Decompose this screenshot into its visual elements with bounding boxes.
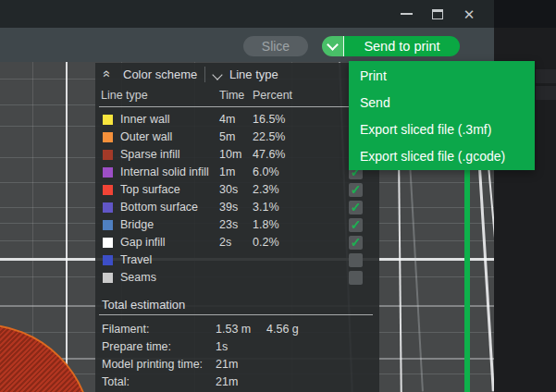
send-to-print-button[interactable]: Send to print (344, 36, 460, 56)
line-type-label: Bridge (120, 216, 154, 234)
line-type-color-swatch (103, 167, 113, 178)
chevron-down-icon (327, 39, 339, 51)
close-icon: ✕ (463, 7, 476, 21)
menu-item-export-3mf[interactable]: Export sliced file (.3mf) (349, 116, 535, 142)
time-value: 2s (219, 234, 231, 251)
line-type-label: Bottom surface (120, 199, 198, 216)
line-type-label: Travel (120, 251, 152, 269)
line-type-label: Outer wall (120, 129, 172, 146)
color-scheme-panel: « Color scheme Line type Line type Time … (95, 63, 379, 392)
line-type-color-swatch (103, 255, 113, 265)
title-bar-right (494, 0, 556, 28)
time-value: 1m (219, 164, 235, 181)
table-column-headers: Line type Time Percent (95, 89, 379, 105)
time-value: 5m (219, 129, 235, 146)
column-header-line-type: Line type (101, 89, 148, 102)
total-row: Filament: 1.53 m 4.56 g (95, 321, 379, 338)
total-label: Prepare time: (102, 338, 171, 356)
table-row: Travel (95, 251, 379, 269)
panel-title: Color scheme (123, 67, 197, 81)
line-type-label: Gap infill (120, 234, 166, 251)
menu-item-print[interactable]: Print (349, 62, 535, 89)
table-row: Bridge 23s 1.8% ✓ (95, 216, 379, 234)
total-label: Filament: (102, 321, 149, 338)
close-button[interactable]: ✕ (453, 0, 485, 28)
line-type-color-swatch (103, 273, 113, 283)
table-row: Outer wall 5m 22.5% ✓ (95, 129, 379, 146)
percent-value: 22.5% (253, 129, 285, 146)
collapse-panel-icon[interactable]: « (101, 70, 114, 78)
column-header-time: Time (219, 89, 244, 102)
table-row: Gap infill 2s 0.2% ✓ (95, 234, 379, 251)
minimize-icon (401, 13, 413, 15)
line-type-color-swatch (103, 150, 113, 160)
total-row: Prepare time: 1s (95, 338, 379, 356)
maximize-icon (432, 9, 443, 19)
line-type-color-swatch (103, 238, 113, 248)
line-type-checkbox[interactable]: ✓ (349, 183, 363, 197)
view-mode-dropdown[interactable]: Line type (229, 67, 278, 81)
total-value-2: 4.56 g (266, 321, 299, 338)
total-value: 21m (216, 356, 238, 374)
app-window: « Color scheme Line type Line type Time … (0, 0, 556, 392)
table-row: Internal solid infill 1m 6.0% ✓ (95, 164, 379, 181)
send-dropdown-button[interactable] (322, 36, 344, 56)
line-type-label: Sparse infill (120, 146, 180, 164)
line-type-color-swatch (103, 220, 113, 230)
table-row: Inner wall 4m 16.5% ✓ (95, 111, 379, 129)
line-type-checkbox[interactable] (349, 253, 363, 267)
total-row: Model printing time: 21m (95, 356, 379, 374)
line-type-label: Inner wall (120, 111, 170, 129)
panel-header: « Color scheme Line type (95, 63, 379, 87)
total-label: Model printing time: (102, 356, 203, 374)
percent-value: 16.5% (253, 111, 285, 129)
line-type-checkbox[interactable]: ✓ (349, 201, 363, 214)
time-value: 23s (219, 216, 238, 234)
line-type-checkbox[interactable]: ✓ (349, 236, 363, 250)
line-type-label: Seams (120, 269, 156, 287)
percent-value: 6.0% (253, 164, 279, 181)
table-row: Top surface 30s 2.3% ✓ (95, 181, 379, 199)
divider (99, 106, 373, 107)
chevron-down-icon[interactable] (212, 69, 222, 80)
total-row: Total: 21m (95, 374, 379, 391)
minimize-button[interactable] (390, 0, 422, 28)
table-row: Sparse infill 10m 47.6% ✓ (95, 146, 379, 164)
line-type-color-swatch (103, 115, 113, 125)
menu-item-send[interactable]: Send (349, 89, 535, 116)
percent-value: 47.6% (253, 146, 285, 164)
table-row: Seams (95, 269, 379, 287)
maximize-button[interactable] (422, 0, 453, 28)
time-value: 10m (219, 146, 241, 164)
total-estimation-title: Total estimation (102, 298, 185, 312)
panel-item-shadow (536, 69, 556, 83)
percent-value: 3.1% (253, 199, 279, 216)
menu-item-export-gcode[interactable]: Export sliced file (.gcode) (349, 142, 535, 169)
line-type-color-swatch (103, 185, 113, 195)
line-type-label: Top surface (120, 181, 180, 199)
grid-line-major (66, 62, 68, 392)
total-value: 1.53 m (216, 321, 251, 338)
send-to-print-menu: Print Send Export sliced file (.3mf) Exp… (349, 61, 535, 170)
line-type-checkbox[interactable]: ✓ (349, 218, 363, 232)
percent-value: 2.3% (253, 181, 279, 199)
total-label: Total: (102, 374, 130, 391)
line-type-color-swatch (103, 132, 113, 142)
panel-item-shadow (536, 86, 556, 100)
line-type-color-swatch (103, 202, 113, 213)
time-value: 30s (219, 181, 238, 199)
column-header-percent: Percent (253, 89, 292, 102)
time-value: 39s (219, 199, 238, 216)
time-value: 4m (219, 111, 235, 129)
percent-value: 0.2% (253, 234, 279, 251)
total-value: 1s (216, 338, 228, 356)
divider (204, 67, 205, 82)
total-value: 21m (216, 374, 238, 391)
table-row: Bottom surface 39s 3.1% ✓ (95, 199, 379, 216)
slice-button[interactable]: Slice (243, 36, 308, 56)
divider (99, 314, 373, 315)
percent-value: 1.8% (253, 216, 279, 234)
line-type-checkbox[interactable] (349, 271, 363, 285)
line-type-label: Internal solid infill (120, 164, 209, 181)
